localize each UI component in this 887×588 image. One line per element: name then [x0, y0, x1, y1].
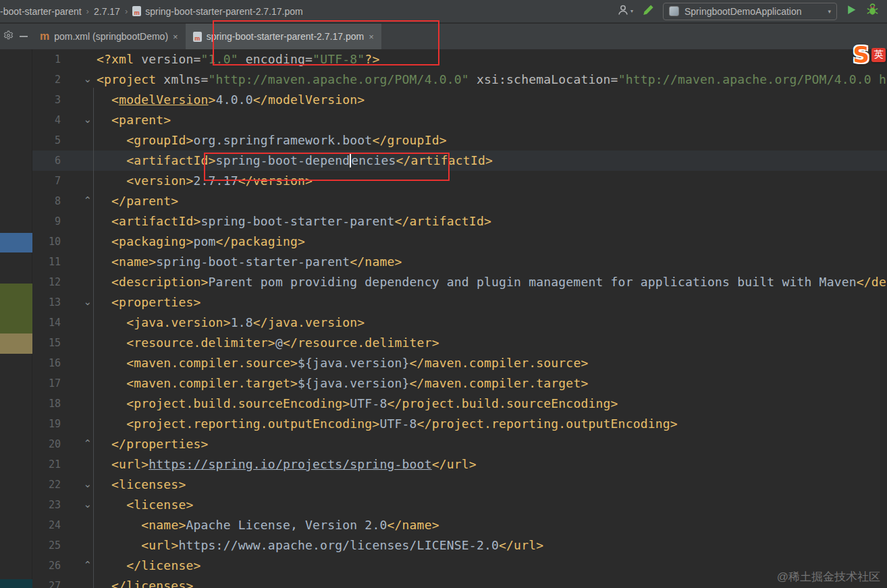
code-line-26[interactable]: 26⌃ </license> — [32, 556, 887, 576]
ime-language-badge: 英 — [871, 48, 886, 62]
chevron-down-icon: ▾ — [828, 8, 831, 15]
code-text: <name>Apache License, Version 2.0</name> — [97, 515, 439, 535]
fold-gutter-spacer — [61, 394, 97, 414]
code-line-15[interactable]: 15 <resource.delimiter>@</resource.delim… — [32, 333, 887, 353]
fold-start-icon[interactable]: ⌄ — [61, 495, 97, 515]
editor-tab-bar: m pom.xml (springbootDemo) × m spring-bo… — [0, 24, 887, 49]
fold-gutter-spacer — [61, 252, 97, 272]
code-line-21[interactable]: 21 <url>https://spring.io/projects/sprin… — [32, 454, 887, 475]
code-line-18[interactable]: 18 <project.build.sourceEncoding>UTF-8</… — [32, 394, 887, 414]
line-number: 11 — [32, 252, 61, 272]
code-line-10[interactable]: 10 <packaging>pom</packaging> — [32, 232, 887, 252]
watermark: @稀土掘金技术社区 — [777, 569, 880, 585]
code-text: <packaging>pom</packaging> — [97, 232, 305, 252]
pencil-icon — [642, 4, 654, 19]
breadcrumb-file[interactable]: m spring-boot-starter-parent-2.7.17.pom — [132, 6, 302, 17]
gear-icon[interactable] — [3, 30, 14, 43]
user-account-button[interactable]: ▾ — [617, 4, 633, 19]
code-line-13[interactable]: 13⌄ <properties> — [32, 292, 887, 313]
fold-gutter-spacer — [61, 130, 97, 151]
run-play-icon — [846, 4, 857, 18]
fold-gutter-spacer — [61, 151, 97, 171]
line-number: 21 — [32, 454, 61, 475]
fold-gutter-spacer — [61, 353, 97, 373]
code-line-1[interactable]: 1<?xml version="1.0" encoding="UTF-8"?> — [32, 49, 887, 70]
run-configuration-select[interactable]: SpringbootDemoApplication ▾ — [663, 3, 837, 20]
fold-end-icon[interactable]: ⌃ — [61, 556, 97, 576]
code-line-20[interactable]: 20⌃ </properties> — [32, 434, 887, 454]
run-button[interactable] — [846, 4, 857, 18]
hide-panel-icon[interactable] — [20, 36, 28, 37]
line-number: 5 — [32, 130, 61, 151]
ide-window: -boot-starter-parent › 2.7.17 › m spring… — [0, 0, 887, 588]
fold-gutter-spacer — [61, 211, 97, 232]
ime-indicator[interactable]: S 英 — [853, 43, 886, 66]
breadcrumb: -boot-starter-parent › 2.7.17 › m spring… — [0, 6, 303, 17]
fold-gutter-spacer — [61, 535, 97, 556]
fold-gutter-spacer — [61, 232, 97, 252]
code-line-5[interactable]: 5 <groupId>org.springframework.boot</gro… — [32, 130, 887, 151]
code-line-22[interactable]: 22⌄ <licenses> — [32, 475, 887, 495]
code-text: <url>https://spring.io/projects/spring-b… — [97, 454, 477, 475]
code-text: <project.build.sourceEncoding>UTF-8</pro… — [97, 394, 618, 414]
breadcrumb-separator: › — [86, 6, 89, 16]
annotation-box-artifact-id — [204, 153, 450, 181]
code-line-27[interactable]: 27 </licenses> — [32, 576, 887, 588]
code-line-3[interactable]: 3 <modelVersion>4.0.0</modelVersion> — [32, 90, 887, 110]
fold-start-icon[interactable]: ⌄ — [61, 292, 97, 313]
fold-end-icon[interactable]: ⌃ — [61, 191, 97, 211]
line-number: 15 — [32, 333, 61, 353]
fold-start-icon[interactable]: ⌄ — [61, 70, 97, 90]
line-number: 24 — [32, 515, 61, 535]
fold-start-icon[interactable]: ⌄ — [61, 475, 97, 495]
pom-file-icon: m — [193, 32, 202, 42]
code-text: </license> — [97, 556, 201, 576]
fold-gutter-spacer — [61, 414, 97, 434]
fold-end-icon[interactable]: ⌃ — [61, 434, 97, 454]
tab-pom-xml[interactable]: m pom.xml (springbootDemo) × — [32, 24, 186, 49]
breadcrumb-version[interactable]: 2.7.17 — [94, 6, 120, 17]
code-line-25[interactable]: 25 <url>https://www.apache.org/licenses/… — [32, 535, 887, 556]
line-number: 14 — [32, 313, 61, 333]
run-configuration-icon — [669, 6, 679, 16]
edit-pencil-button[interactable] — [642, 4, 654, 19]
fold-gutter-spacer — [61, 49, 97, 70]
line-number: 12 — [32, 272, 61, 292]
line-number: 19 — [32, 414, 61, 434]
code-line-19[interactable]: 19 <project.reporting.outputEncoding>UTF… — [32, 414, 887, 434]
close-icon[interactable]: × — [173, 32, 178, 41]
line-number: 20 — [32, 434, 61, 454]
debug-button[interactable] — [866, 3, 879, 19]
code-line-4[interactable]: 4⌄ <parent> — [32, 110, 887, 130]
code-line-11[interactable]: 11 <name>spring-boot-starter-parent</nam… — [32, 252, 887, 272]
code-text: <modelVersion>4.0.0</modelVersion> — [97, 90, 365, 110]
code-text: <parent> — [97, 110, 171, 130]
code-line-7[interactable]: 7 <version>2.7.17</version> — [32, 171, 887, 191]
line-number: 10 — [32, 232, 61, 252]
code-editor[interactable]: 1<?xml version="1.0" encoding="UTF-8"?>2… — [0, 49, 887, 588]
code-text: <java.version>1.8</java.version> — [97, 313, 365, 333]
code-line-12[interactable]: 12 <description>Parent pom providing dep… — [32, 272, 887, 292]
code-line-2[interactable]: 2⌄<project xmlns="http://maven.apache.or… — [32, 70, 887, 90]
code-line-9[interactable]: 9 <artifactId>spring-boot-starter-parent… — [32, 211, 887, 232]
toolbar-controls: ▾ SpringbootDemoApplication ▾ — [617, 3, 887, 20]
fold-gutter-spacer — [61, 171, 97, 191]
breadcrumb-module[interactable]: -boot-starter-parent — [0, 6, 82, 17]
marker-block-khaki — [0, 333, 32, 354]
breadcrumb-separator: › — [125, 6, 128, 16]
fold-gutter-spacer — [61, 454, 97, 475]
code-text: <maven.compiler.target>${java.version}</… — [97, 373, 588, 394]
code-line-24[interactable]: 24 <name>Apache License, Version 2.0</na… — [32, 515, 887, 535]
code-line-6[interactable]: 6 <artifactId>spring-boot-dependencies</… — [32, 151, 887, 171]
line-number: 4 — [32, 110, 61, 130]
annotation-box-active-tab — [213, 20, 439, 65]
fold-start-icon[interactable]: ⌄ — [61, 110, 97, 130]
code-line-8[interactable]: 8⌃ </parent> — [32, 191, 887, 211]
code-line-17[interactable]: 17 <maven.compiler.target>${java.version… — [32, 373, 887, 394]
breadcrumb-file-label: spring-boot-starter-parent-2.7.17.pom — [145, 6, 302, 17]
code-line-16[interactable]: 16 <maven.compiler.source>${java.version… — [32, 353, 887, 373]
fold-gutter-spacer — [61, 333, 97, 353]
code-line-23[interactable]: 23⌄ <license> — [32, 495, 887, 515]
debug-bug-icon — [866, 3, 879, 19]
code-line-14[interactable]: 14 <java.version>1.8</java.version> — [32, 313, 887, 333]
